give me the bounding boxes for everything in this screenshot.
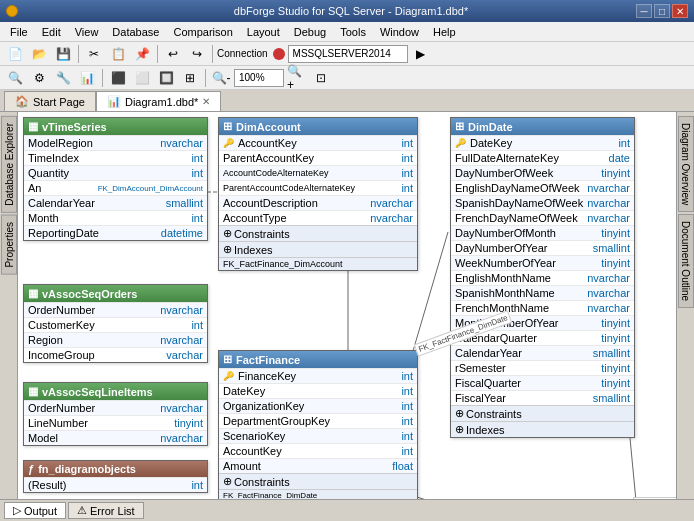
constraints-section-ff[interactable]: ⊕ Constraints — [219, 473, 417, 489]
table-DimAccount[interactable]: ⊞ DimAccount 🔑 AccountKey int ParentAcco… — [218, 117, 418, 271]
minimize-button[interactable]: ─ — [636, 4, 652, 18]
menu-comparison[interactable]: Comparison — [167, 25, 238, 39]
table-row: 🔑 FinanceKey int — [219, 368, 417, 383]
table-row: rSemester tinyint — [451, 360, 634, 375]
table-row: WeekNumberOfYear tinyint — [451, 255, 634, 270]
zoom-selector[interactable]: 100% — [234, 69, 284, 87]
table-DimAccount-header: ⊞ DimAccount — [219, 118, 417, 135]
menu-bar: File Edit View Database Comparison Layou… — [0, 22, 694, 42]
table-row: ScenarioKey int — [219, 428, 417, 443]
menu-debug[interactable]: Debug — [288, 25, 332, 39]
menu-tools[interactable]: Tools — [334, 25, 372, 39]
new-button[interactable]: 📄 — [4, 44, 26, 64]
status-tab-output[interactable]: ▷ Output — [4, 502, 66, 519]
toolbar2-btn6[interactable]: ⬜ — [131, 68, 153, 88]
menu-database[interactable]: Database — [106, 25, 165, 39]
constraints-section[interactable]: ⊕ Constraints — [219, 225, 417, 241]
indexes-section[interactable]: ⊕ Indexes — [219, 241, 417, 257]
table-vAssocSeqLineItems[interactable]: ▦ vAssocSeqLineItems OrderNumber nvarcha… — [23, 382, 208, 446]
redo-button[interactable]: ↪ — [186, 44, 208, 64]
func-icon: ƒ — [28, 463, 34, 475]
error-list-label: Error List — [90, 505, 135, 517]
separator-4 — [102, 69, 103, 87]
menu-window[interactable]: Window — [374, 25, 425, 39]
table-row: DayNumberOfWeek tinyint — [451, 165, 634, 180]
menu-view[interactable]: View — [69, 25, 105, 39]
expand-icon-2: ⊕ — [223, 243, 232, 256]
table-row: DateKey int — [219, 383, 417, 398]
table-fn-header: ƒ fn_diagramobjects — [24, 461, 207, 477]
sidebar-tab-properties[interactable]: Properties — [1, 215, 17, 275]
table-row: ParentAccountKey int — [219, 150, 417, 165]
output-label: Output — [24, 505, 57, 517]
table-FactFinance[interactable]: ⊞ FactFinance 🔑 FinanceKey int DateKey i… — [218, 350, 418, 499]
table-row: CalendarYear smallint — [24, 195, 207, 210]
toolbar2-btn2[interactable]: ⚙ — [28, 68, 50, 88]
constraints-section-dd[interactable]: ⊕ Constraints — [451, 405, 634, 421]
sidebar-tab-document-outline[interactable]: Document Outline — [678, 214, 694, 308]
connect-button[interactable]: ▶ — [410, 44, 432, 64]
table-vAssocSeqOrders[interactable]: ▦ vAssocSeqOrders OrderNumber nvarchar C… — [23, 284, 208, 363]
undo-button[interactable]: ↩ — [162, 44, 184, 64]
separator-1 — [78, 45, 79, 63]
separator-5 — [205, 69, 206, 87]
table-vAssocSeqOrders-title: vAssocSeqOrders — [42, 288, 137, 300]
menu-help[interactable]: Help — [427, 25, 462, 39]
toolbar2-btn3[interactable]: 🔧 — [52, 68, 74, 88]
menu-layout[interactable]: Layout — [241, 25, 286, 39]
toolbar2-btn7[interactable]: 🔲 — [155, 68, 177, 88]
indexes-section-dd[interactable]: ⊕ Indexes — [451, 421, 634, 437]
status-tab-error-list[interactable]: ⚠ Error List — [68, 502, 144, 519]
sidebar-tab-db-explorer[interactable]: Database Explorer — [1, 116, 17, 213]
fk-dimdate-section[interactable]: FK_FactFinance_DimDate — [219, 489, 417, 499]
tab-close-icon[interactable]: ✕ — [202, 96, 210, 107]
open-button[interactable]: 📂 — [28, 44, 50, 64]
save-button[interactable]: 💾 — [52, 44, 74, 64]
table-row: Amount float — [219, 458, 417, 473]
toolbar2-btn8[interactable]: ⊞ — [179, 68, 201, 88]
right-sidebar: Diagram Overview Document Outline — [676, 112, 694, 499]
sidebar-tab-diagram-overview[interactable]: Diagram Overview — [678, 116, 694, 212]
connection-status-icon — [273, 48, 285, 60]
table-row: Model nvarchar — [24, 430, 207, 445]
table-icon-factfinance: ⊞ — [223, 353, 232, 366]
table-row: CustomerKey int — [24, 317, 207, 332]
tab-start-page[interactable]: 🏠 Start Page — [4, 91, 96, 111]
table-row: DayNumberOfMonth tinyint — [451, 225, 634, 240]
table-vTimeSeries[interactable]: ▦ vTimeSeries ModelRegion nvarchar TimeI… — [23, 117, 208, 241]
toolbar-1: 📄 📂 💾 ✂ 📋 📌 ↩ ↪ Connection MSSQLSERVER20… — [0, 42, 694, 66]
table-fn-diagramobjects[interactable]: ƒ fn_diagramobjects (Result) int — [23, 460, 208, 493]
toolbar2-btn1[interactable]: 🔍 — [4, 68, 26, 88]
paste-button[interactable]: 📌 — [131, 44, 153, 64]
cut-button[interactable]: ✂ — [83, 44, 105, 64]
close-button[interactable]: ✕ — [672, 4, 688, 18]
menu-edit[interactable]: Edit — [36, 25, 67, 39]
table-DimDate-header: ⊞ DimDate — [451, 118, 634, 135]
output-icon: ▷ — [13, 504, 21, 517]
table-row: ParentAccountCodeAlternateKey int — [219, 180, 417, 195]
separator-2 — [157, 45, 158, 63]
view-icon: ▦ — [28, 120, 38, 133]
diagram-canvas[interactable]: ▦ vTimeSeries ModelRegion nvarchar TimeI… — [18, 112, 676, 499]
toolbar2-btn4[interactable]: 📊 — [76, 68, 98, 88]
copy-button[interactable]: 📋 — [107, 44, 129, 64]
expand-icon-4: ⊕ — [455, 407, 464, 420]
toolbar2-btn5[interactable]: ⬛ — [107, 68, 129, 88]
fk-section[interactable]: FK_FactFinance_DimAccount — [219, 257, 417, 270]
table-row: OrganizationKey int — [219, 398, 417, 413]
menu-file[interactable]: File — [4, 25, 34, 39]
zoom-in-button[interactable]: 🔍+ — [286, 68, 308, 88]
table-DimDate[interactable]: ⊞ DimDate 🔑 DateKey int FullDateAlternat… — [450, 117, 635, 438]
maximize-button[interactable]: □ — [654, 4, 670, 18]
view-icon-3: ▦ — [28, 385, 38, 398]
table-row: SpanishDayNameOfWeek nvarchar — [451, 195, 634, 210]
diagram-icon: 📊 — [107, 95, 121, 108]
tab-diagram[interactable]: 📊 Diagram1.dbd* ✕ — [96, 91, 221, 111]
table-row: ModelRegion nvarchar — [24, 135, 207, 150]
connection-selector[interactable]: MSSQLSERVER2014 — [288, 45, 408, 63]
zoom-out-button[interactable]: 🔍- — [210, 68, 232, 88]
tab-bar: 🏠 Start Page 📊 Diagram1.dbd* ✕ — [0, 90, 694, 112]
expand-icon-5: ⊕ — [455, 423, 464, 436]
fit-button[interactable]: ⊡ — [310, 68, 332, 88]
table-row: FiscalYear smallint — [451, 390, 634, 405]
